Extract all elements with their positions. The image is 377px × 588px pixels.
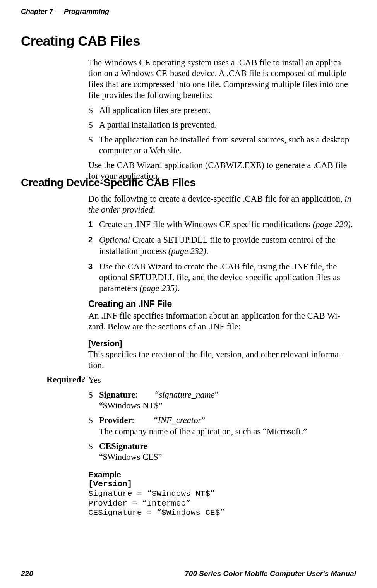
h2-intro-pre: Do the following to create a device-spec…: [88, 194, 344, 204]
optional-label: Optional: [99, 235, 130, 245]
header-separator: —: [55, 8, 62, 15]
colon: : “: [132, 415, 158, 425]
version-items: Signature: “signature_name” “$Windows NT…: [88, 389, 359, 463]
intro-block: The Windows CE operating system uses a .…: [88, 57, 359, 185]
example-code: [Version] Signature = “$Windows NT$” Pro…: [88, 480, 359, 518]
code-head: [Version]: [88, 480, 132, 489]
heading-4-version: [Version]: [88, 338, 359, 348]
item-name: CESignature: [99, 441, 147, 451]
list-item: Signature: “signature_name” “$Windows NT…: [88, 389, 359, 411]
header-chapter: Chapter 7: [21, 8, 53, 15]
benefits-list: All application files are present. A par…: [88, 105, 359, 156]
close-quote: ”: [215, 390, 219, 399]
steps-list: Create an .INF file with Windows CE-spec…: [88, 219, 359, 294]
heading-4-example: Example: [88, 470, 359, 480]
page-number: 220: [21, 569, 33, 578]
page: Chapter 7 — Programming Creating CAB Fil…: [0, 0, 377, 588]
list-item: Provider: “INF_creator” The company name…: [88, 415, 359, 437]
h2-body: Do the following to create a device-spec…: [88, 194, 359, 375]
item-body: The company name of the application, suc…: [99, 427, 307, 436]
manual-title: 700 Series Color Mobile Computer User's …: [185, 569, 356, 578]
required-label: Required?: [46, 375, 86, 385]
step-text: Create an .INF file with Windows CE-spec…: [99, 219, 313, 229]
intro-paragraph: The Windows CE operating system uses a .…: [88, 57, 359, 101]
item-value: INF_creator: [158, 415, 201, 425]
list-item: The application can be installed from se…: [88, 134, 359, 156]
page-ref: (page 235): [139, 283, 177, 293]
item-body: “$Windows NT$”: [99, 401, 162, 410]
heading-2: Creating Device-Specific CAB Files: [21, 177, 195, 189]
item-value: signature_name: [159, 390, 215, 399]
header-section: Programming: [64, 8, 109, 15]
colon: : “: [135, 390, 159, 399]
step-text: Use the CAB Wizard to create the .CAB fi…: [99, 262, 340, 293]
item-body: “$Windows CE$”: [99, 452, 162, 462]
step-post: .: [351, 219, 353, 229]
step-post: .: [206, 246, 209, 256]
h3-body: An .INF file specifies information about…: [88, 310, 359, 332]
page-ref: (page 232): [168, 246, 206, 256]
close-quote: ”: [201, 415, 205, 425]
step-text: Create a SETUP.DLL file to provide custo…: [99, 235, 336, 255]
h2-intro: Do the following to create a device-spec…: [88, 194, 359, 215]
list-item: A partial installation is prevented.: [88, 120, 359, 130]
version-body: This specifies the creator of the file, …: [88, 349, 359, 371]
step-post: .: [177, 283, 180, 293]
page-ref: (page 220): [313, 219, 351, 229]
list-item: CESignature “$Windows CE$”: [88, 441, 359, 463]
version-section: Yes Signature: “signature_name” “$Window…: [88, 375, 359, 518]
list-item: Create an .INF file with Windows CE-spec…: [88, 219, 359, 230]
heading-1: Creating CAB Files: [21, 33, 140, 49]
item-name: Provider: [99, 415, 132, 425]
required-value: Yes: [88, 375, 359, 386]
footer: 220 700 Series Color Mobile Computer Use…: [21, 569, 356, 578]
list-item: All application files are present.: [88, 105, 359, 116]
running-header: Chapter 7 — Programming: [21, 8, 109, 16]
item-name: Signature: [99, 390, 135, 399]
heading-3-inf: Creating an .INF File: [88, 298, 359, 310]
list-item: Use the CAB Wizard to create the .CAB fi…: [88, 261, 359, 294]
code-body: Signature = “$Windows NT$” Provider = “I…: [88, 489, 225, 518]
h2-intro-post: :: [153, 205, 155, 214]
list-item: Optional Create a SETUP.DLL file to prov…: [88, 235, 359, 256]
